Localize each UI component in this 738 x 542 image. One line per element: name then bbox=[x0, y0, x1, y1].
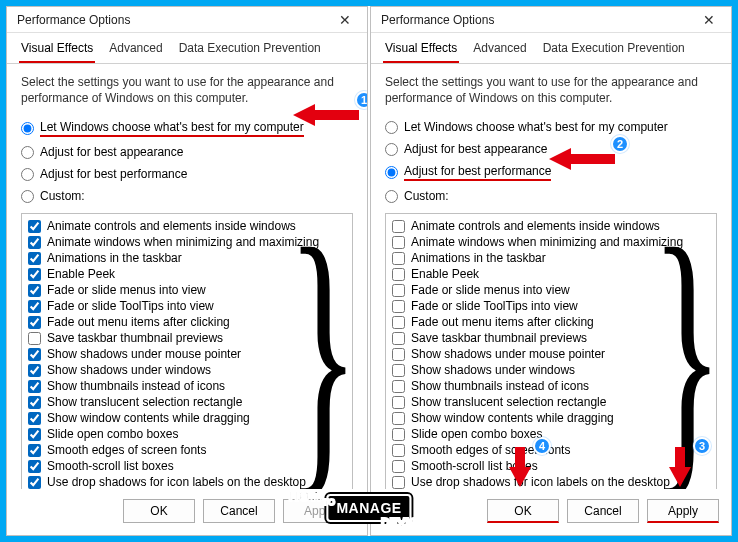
radio-let-windows-choose[interactable]: Let Windows choose what's best for my co… bbox=[21, 116, 353, 141]
effect-row[interactable]: Show window contents while dragging bbox=[28, 410, 346, 426]
effect-checkbox[interactable] bbox=[28, 348, 41, 361]
effect-row[interactable]: Save taskbar thumbnail previews bbox=[28, 330, 346, 346]
effect-checkbox[interactable] bbox=[28, 396, 41, 409]
effect-row[interactable]: Fade or slide menus into view bbox=[392, 282, 710, 298]
cancel-button[interactable]: Cancel bbox=[203, 499, 275, 523]
effect-row[interactable]: Animations in the taskbar bbox=[392, 250, 710, 266]
effect-checkbox[interactable] bbox=[28, 300, 41, 313]
radio-input[interactable] bbox=[385, 166, 398, 179]
effect-row[interactable]: Show translucent selection rectangle bbox=[28, 394, 346, 410]
effect-row[interactable]: Show thumbnails instead of icons bbox=[28, 378, 346, 394]
effect-row[interactable]: Animate controls and elements inside win… bbox=[28, 218, 346, 234]
effect-checkbox[interactable] bbox=[392, 252, 405, 265]
effect-checkbox[interactable] bbox=[28, 284, 41, 297]
effect-checkbox[interactable] bbox=[392, 348, 405, 361]
effect-checkbox[interactable] bbox=[28, 364, 41, 377]
radio-best-performance[interactable]: Adjust for best performance bbox=[21, 163, 353, 185]
tab-advanced[interactable]: Advanced bbox=[107, 37, 164, 63]
tab-advanced[interactable]: Advanced bbox=[471, 37, 528, 63]
effect-row[interactable]: Enable Peek bbox=[28, 266, 346, 282]
tab-dep[interactable]: Data Execution Prevention bbox=[177, 37, 323, 63]
effect-checkbox[interactable] bbox=[392, 364, 405, 377]
radio-custom[interactable]: Custom: bbox=[385, 185, 717, 207]
effect-checkbox[interactable] bbox=[392, 476, 405, 489]
effect-checkbox[interactable] bbox=[392, 284, 405, 297]
radio-let-windows-choose[interactable]: Let Windows choose what's best for my co… bbox=[385, 116, 717, 138]
effect-row[interactable]: Show window contents while dragging bbox=[392, 410, 710, 426]
effect-checkbox[interactable] bbox=[28, 428, 41, 441]
ok-button[interactable]: OK bbox=[487, 499, 559, 523]
tab-visual-effects[interactable]: Visual Effects bbox=[19, 37, 95, 63]
tab-dep[interactable]: Data Execution Prevention bbox=[541, 37, 687, 63]
effect-checkbox[interactable] bbox=[392, 268, 405, 281]
effect-checkbox[interactable] bbox=[392, 380, 405, 393]
effect-checkbox[interactable] bbox=[28, 380, 41, 393]
radio-custom[interactable]: Custom: bbox=[21, 185, 353, 207]
radio-best-appearance[interactable]: Adjust for best appearance bbox=[385, 138, 717, 160]
radio-best-appearance[interactable]: Adjust for best appearance bbox=[21, 141, 353, 163]
effect-checkbox[interactable] bbox=[392, 300, 405, 313]
tab-visual-effects[interactable]: Visual Effects bbox=[383, 37, 459, 63]
radio-input[interactable] bbox=[21, 190, 34, 203]
effect-checkbox[interactable] bbox=[392, 332, 405, 345]
close-icon[interactable]: ✕ bbox=[693, 9, 725, 31]
effect-row[interactable]: Show shadows under windows bbox=[28, 362, 346, 378]
radio-input[interactable] bbox=[21, 168, 34, 181]
effect-row[interactable]: Show shadows under mouse pointer bbox=[392, 346, 710, 362]
effect-row[interactable]: Animate windows when minimizing and maxi… bbox=[392, 234, 710, 250]
effect-row[interactable]: Save taskbar thumbnail previews bbox=[392, 330, 710, 346]
effect-checkbox[interactable] bbox=[28, 460, 41, 473]
effects-list[interactable]: Animate controls and elements inside win… bbox=[21, 213, 353, 489]
radio-input[interactable] bbox=[385, 190, 398, 203]
radio-input[interactable] bbox=[385, 121, 398, 134]
effect-row[interactable]: Slide open combo boxes bbox=[28, 426, 346, 442]
cancel-button[interactable]: Cancel bbox=[567, 499, 639, 523]
effect-row[interactable]: Smooth-scroll list boxes bbox=[28, 458, 346, 474]
effect-checkbox[interactable] bbox=[392, 460, 405, 473]
effect-checkbox[interactable] bbox=[392, 236, 405, 249]
effect-row[interactable]: Show translucent selection rectangle bbox=[392, 394, 710, 410]
effect-row[interactable]: Show thumbnails instead of icons bbox=[392, 378, 710, 394]
effect-row[interactable]: Slide open combo boxes bbox=[392, 426, 710, 442]
radio-best-performance[interactable]: Adjust for best performance bbox=[385, 160, 717, 185]
effect-row[interactable]: Fade out menu items after clicking bbox=[392, 314, 710, 330]
effect-checkbox[interactable] bbox=[28, 476, 41, 489]
effect-row[interactable]: Smooth-scroll list boxes bbox=[392, 458, 710, 474]
effect-checkbox[interactable] bbox=[28, 332, 41, 345]
effect-checkbox[interactable] bbox=[28, 412, 41, 425]
effect-row[interactable]: Animate windows when minimizing and maxi… bbox=[28, 234, 346, 250]
effect-checkbox[interactable] bbox=[392, 412, 405, 425]
effect-checkbox[interactable] bbox=[28, 444, 41, 457]
effect-row[interactable]: Fade out menu items after clicking bbox=[28, 314, 346, 330]
effect-checkbox[interactable] bbox=[392, 396, 405, 409]
effect-row[interactable]: Animations in the taskbar bbox=[28, 250, 346, 266]
effect-checkbox[interactable] bbox=[28, 316, 41, 329]
effect-row[interactable]: Animate controls and elements inside win… bbox=[392, 218, 710, 234]
effect-checkbox[interactable] bbox=[28, 220, 41, 233]
effect-row[interactable]: Use drop shadows for icon labels on the … bbox=[28, 474, 346, 489]
effect-checkbox[interactable] bbox=[28, 268, 41, 281]
effect-row[interactable]: Fade or slide ToolTips into view bbox=[28, 298, 346, 314]
effect-checkbox[interactable] bbox=[28, 252, 41, 265]
effects-list[interactable]: Animate controls and elements inside win… bbox=[385, 213, 717, 489]
effect-checkbox[interactable] bbox=[392, 220, 405, 233]
effect-row[interactable]: Use drop shadows for icon labels on the … bbox=[392, 474, 710, 489]
effect-checkbox[interactable] bbox=[392, 428, 405, 441]
radio-input[interactable] bbox=[385, 143, 398, 156]
effect-row[interactable]: Smooth edges of screen fonts bbox=[392, 442, 710, 458]
effect-row[interactable]: Fade or slide ToolTips into view bbox=[392, 298, 710, 314]
tab-strip: Visual Effects Advanced Data Execution P… bbox=[371, 33, 731, 64]
radio-input[interactable] bbox=[21, 122, 34, 135]
effect-checkbox[interactable] bbox=[392, 444, 405, 457]
effect-checkbox[interactable] bbox=[392, 316, 405, 329]
effect-row[interactable]: Show shadows under mouse pointer bbox=[28, 346, 346, 362]
effect-row[interactable]: Show shadows under windows bbox=[392, 362, 710, 378]
ok-button[interactable]: OK bbox=[123, 499, 195, 523]
effect-row[interactable]: Smooth edges of screen fonts bbox=[28, 442, 346, 458]
effect-row[interactable]: Enable Peek bbox=[392, 266, 710, 282]
effect-row[interactable]: Fade or slide menus into view bbox=[28, 282, 346, 298]
apply-button[interactable]: Apply bbox=[647, 499, 719, 523]
close-icon[interactable]: ✕ bbox=[329, 9, 361, 31]
radio-input[interactable] bbox=[21, 146, 34, 159]
effect-checkbox[interactable] bbox=[28, 236, 41, 249]
